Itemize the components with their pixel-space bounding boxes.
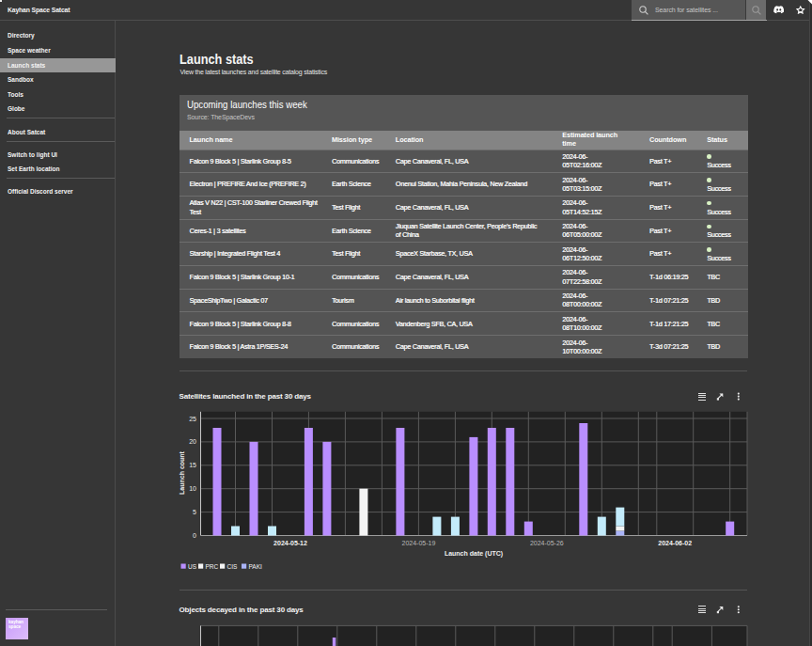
svg-text:Launch count: Launch count [179, 450, 185, 495]
svg-text:2024-05-19: 2024-05-19 [401, 540, 435, 546]
svg-text:2024-05-12: 2024-05-12 [273, 540, 307, 546]
svg-text:CIS: CIS [227, 563, 239, 570]
svg-text:25: 25 [189, 416, 196, 422]
svg-text:PAKI: PAKI [249, 563, 263, 570]
svg-text:US: US [188, 563, 197, 570]
svg-text:15: 15 [189, 462, 196, 468]
svg-text:0: 0 [193, 532, 196, 539]
svg-text:5: 5 [193, 509, 196, 515]
svg-text:10: 10 [189, 485, 196, 492]
svg-text:PRC: PRC [206, 563, 219, 570]
svg-text:2024-05-26: 2024-05-26 [530, 540, 564, 546]
svg-text:2024-06-02: 2024-06-02 [658, 540, 692, 546]
svg-text:20: 20 [189, 438, 196, 445]
svg-text:Launch date (UTC): Launch date (UTC) [445, 550, 503, 558]
